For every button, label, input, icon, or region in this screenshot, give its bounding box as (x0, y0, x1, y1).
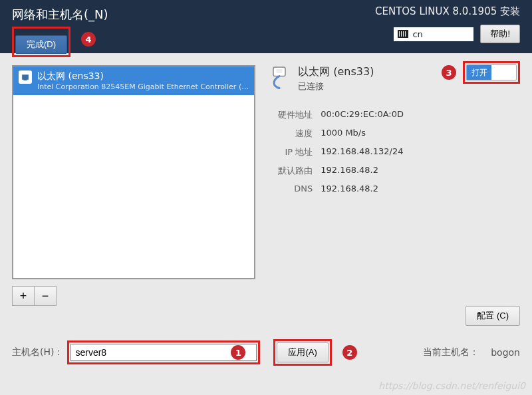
svg-rect-2 (277, 69, 283, 73)
prop-row: IP 地址192.168.48.132/24 (267, 143, 520, 162)
annotation-badge-4: 4 (81, 32, 96, 47)
done-button[interactable]: 完成(D) (15, 35, 67, 54)
installer-title: CENTOS LINUX 8.0.1905 安装 (375, 5, 520, 18)
ethernet-large-icon (267, 65, 291, 89)
prop-row: DNS192.168.48.2 (267, 180, 520, 197)
remove-interface-button[interactable]: − (34, 286, 57, 306)
detail-title: 以太网 (ens33) (298, 65, 435, 79)
keyboard-layout-selector[interactable]: cn (394, 27, 473, 41)
properties-list: 硬件地址00:0C:29:EC:0A:0D 速度1000 Mb/s IP 地址1… (267, 106, 520, 197)
connection-toggle[interactable]: 打开 (466, 65, 517, 80)
add-interface-button[interactable]: + (12, 286, 35, 306)
keyboard-layout-label: cn (412, 29, 422, 39)
toggle-on-label: 打开 (467, 65, 491, 80)
interface-name: 以太网 (ens33) (37, 70, 249, 82)
apply-button-highlight: 应用(A) (273, 339, 331, 366)
done-button-highlight: 完成(D) (12, 27, 70, 57)
hostname-input[interactable] (70, 344, 257, 361)
annotation-badge-3: 3 (442, 65, 456, 80)
interface-item-ens33[interactable]: 以太网 (ens33) Intel Corporation 82545EM Gi… (13, 66, 254, 95)
current-hostname-value: bogon (491, 347, 520, 358)
toggle-knob (491, 65, 516, 80)
apply-hostname-button[interactable]: 应用(A) (277, 342, 328, 362)
prop-row: 默认路由192.168.48.2 (267, 162, 520, 180)
hostname-label: 主机名(H)： (12, 346, 63, 358)
ethernet-icon (19, 70, 32, 84)
watermark: https://blog.csdn.net/renfeigui0 (378, 380, 525, 391)
current-hostname-label: 当前主机名： (423, 346, 479, 358)
prop-row: 硬件地址00:0C:29:EC:0A:0D (267, 106, 520, 124)
prop-row: 速度1000 Mb/s (267, 124, 520, 143)
detail-status: 已连接 (298, 80, 435, 92)
interface-subtitle: Intel Corporation 82545EM Gigabit Ethern… (37, 82, 249, 91)
configure-button[interactable]: 配置 (C) (466, 306, 520, 326)
keyboard-icon (398, 30, 408, 38)
help-button[interactable]: 帮助! (480, 25, 520, 43)
toggle-highlight: 打开 (463, 61, 520, 84)
annotation-badge-2: 2 (342, 345, 357, 360)
interface-list[interactable]: 以太网 (ens33) Intel Corporation 82545EM Gi… (12, 65, 255, 279)
